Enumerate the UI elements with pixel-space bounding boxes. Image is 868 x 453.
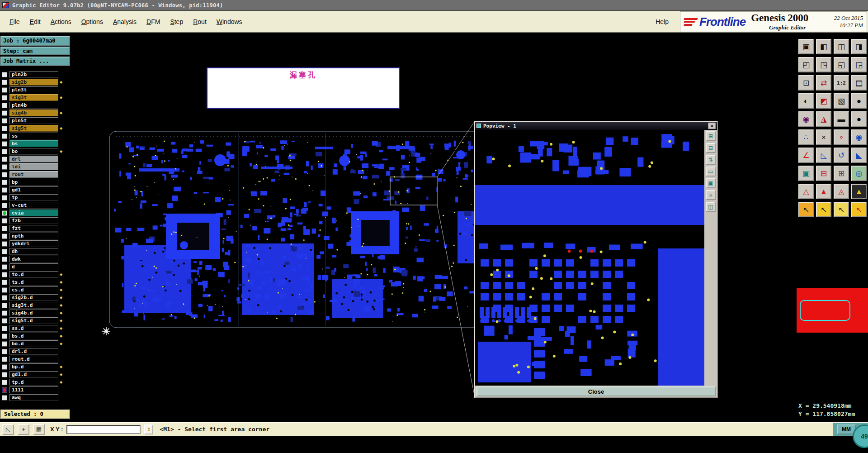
- layer-checkbox-v-cut[interactable]: [2, 203, 7, 208]
- layer-button-pln5t[interactable]: pln5t: [9, 117, 58, 124]
- layer-checkbox-bo[interactable]: [2, 149, 7, 154]
- layer-stack-button[interactable]: ▤: [851, 75, 867, 91]
- rotate-ccw-button[interactable]: ↺: [834, 148, 849, 163]
- layer-checkbox-gd1[interactable]: [2, 187, 7, 193]
- menu-actions[interactable]: Actions: [46, 16, 76, 27]
- layer-button-awq[interactable]: awq: [9, 394, 58, 401]
- layer-button-tp[interactable]: tp: [9, 194, 58, 201]
- layer-checkbox-bp.d[interactable]: [2, 364, 7, 370]
- pad-dot-button[interactable]: ◉: [851, 129, 867, 145]
- layer-checkbox-tp.d[interactable]: [2, 380, 7, 385]
- zoom-1-2-button[interactable]: 1:2: [834, 75, 849, 91]
- layer-checkbox-cs.d[interactable]: [2, 287, 7, 293]
- layer-button-ldi[interactable]: ldi: [9, 163, 58, 170]
- snap-origin-button[interactable]: +: [18, 424, 29, 435]
- thick-bar-button[interactable]: ▬: [834, 111, 849, 127]
- pan-down-left-button[interactable]: ◱: [834, 57, 849, 72]
- layer-button-drl[interactable]: drl: [9, 156, 58, 162]
- popview-zoom-out-button[interactable]: ⊟: [706, 143, 716, 153]
- filled-circle-button[interactable]: ●: [851, 93, 867, 109]
- layer-button-tp.d[interactable]: tp.d: [9, 379, 58, 386]
- layer-button-dh[interactable]: dh: [9, 248, 58, 255]
- layer-checkbox-ss[interactable]: [2, 134, 7, 139]
- text-a-negative-button[interactable]: ▲: [851, 184, 867, 199]
- big-dot-button[interactable]: ●: [851, 111, 867, 127]
- layer-button-fzb[interactable]: fzb: [9, 217, 58, 224]
- layer-button-pln3t[interactable]: pln3t: [9, 86, 58, 93]
- popview-close-button[interactable]: Close: [476, 386, 716, 396]
- layer-checkbox-rout[interactable]: [2, 172, 7, 177]
- menu-analysis[interactable]: Analysis: [108, 16, 142, 27]
- layer-checkbox-sig4b.d[interactable]: [2, 310, 7, 316]
- layer-checkbox-bo.d[interactable]: [2, 341, 7, 347]
- layer-button-sig5t.d[interactable]: sig5t.d: [9, 317, 58, 324]
- layer-checkbox-fzb[interactable]: [2, 218, 7, 224]
- layer-checkbox-dh[interactable]: [2, 249, 7, 254]
- cursor-select-button[interactable]: ↖: [798, 202, 814, 217]
- layer-button-drl.d[interactable]: drl.d: [9, 348, 58, 355]
- target-ring-button[interactable]: ◉: [798, 111, 814, 127]
- measure-angle-button[interactable]: ∠: [798, 148, 814, 163]
- layer-checkbox-sig5t[interactable]: [2, 126, 7, 131]
- menu-edit[interactable]: Edit: [25, 16, 46, 27]
- layer-button-sig3t.d[interactable]: sig3t.d: [9, 302, 58, 309]
- small-rings-button[interactable]: ∘: [834, 129, 849, 145]
- zoom-swap-button[interactable]: ⇄: [816, 75, 831, 91]
- cursor-box-button[interactable]: ↖: [834, 202, 849, 217]
- diagonal-split-button[interactable]: ◩: [816, 93, 831, 109]
- text-a-outline-button[interactable]: ◬: [834, 184, 849, 199]
- zoom-box-button[interactable]: ⊡: [798, 75, 814, 91]
- layer-checkbox-gd1.d[interactable]: [2, 372, 7, 377]
- menu-rout[interactable]: Rout: [188, 16, 212, 27]
- layer-button-sig4b[interactable]: sig4b: [9, 110, 58, 116]
- layer-button-bo.d[interactable]: bo.d: [9, 340, 58, 347]
- text-a-slant-button[interactable]: ▲: [816, 184, 831, 199]
- cursor-pick-button[interactable]: ↖: [816, 202, 831, 217]
- minus-box-button[interactable]: ⊟: [816, 166, 831, 181]
- layer-button-sig3t[interactable]: sig3t: [9, 94, 58, 101]
- layer-checkbox-rout.d[interactable]: [2, 357, 7, 362]
- layer-button-fzt[interactable]: fzt: [9, 225, 58, 232]
- layer-button-npth[interactable]: npth: [9, 233, 58, 239]
- layer-button-cs.d[interactable]: cs.d: [9, 286, 58, 293]
- pan-down-right-button[interactable]: ◲: [851, 57, 867, 72]
- layer-button-to.d[interactable]: to.d: [9, 271, 58, 278]
- cone-flag-button[interactable]: ◮: [816, 111, 831, 127]
- menu-dfm[interactable]: DFM: [142, 16, 165, 27]
- layer-button-sig2b[interactable]: sig2b: [9, 79, 58, 86]
- layer-checkbox-to.d[interactable]: [2, 272, 7, 277]
- layer-checkbox-sig4b[interactable]: [2, 110, 7, 116]
- popview-frame-button[interactable]: ▣: [706, 178, 716, 188]
- layer-checkbox-sig3t.d[interactable]: [2, 303, 7, 308]
- step-button[interactable]: Step: cam: [0, 47, 70, 55]
- layer-button-sig4b.d[interactable]: sig4b.d: [9, 310, 58, 316]
- layer-checkbox-awq[interactable]: [2, 395, 7, 401]
- layer-checkbox-ydkdrl[interactable]: [2, 241, 7, 247]
- layer-button-dwk[interactable]: dwk: [9, 256, 58, 262]
- cursor-mark-button[interactable]: ↖: [851, 202, 867, 217]
- layer-checkbox-d[interactable]: [2, 264, 7, 270]
- scatter-points-button[interactable]: ∴: [798, 129, 814, 145]
- layer-checkbox-bs[interactable]: [2, 141, 7, 147]
- layer-checkbox-pln5t[interactable]: [2, 118, 7, 124]
- layer-button-bo[interactable]: bo: [9, 148, 58, 155]
- layer-checkbox-sig5t.d[interactable]: [2, 318, 7, 324]
- alert-button[interactable]: !: [144, 424, 153, 434]
- layer-checkbox-sig2b[interactable]: [2, 80, 7, 85]
- negative-view-button[interactable]: ◐: [798, 93, 814, 109]
- layer-button-ss.d[interactable]: ss.d: [9, 325, 58, 332]
- layer-checkbox-ss.d[interactable]: [2, 326, 7, 331]
- popview-canvas[interactable]: [475, 130, 704, 386]
- layer-button-bp.d[interactable]: bp.d: [9, 363, 58, 370]
- layer-checkbox-pln4b[interactable]: [2, 103, 7, 108]
- menu-step[interactable]: Step: [165, 16, 188, 27]
- window-titlebar[interactable]: Graphic Editor 9.07b2 (00@NT-NYCAM-PC066…: [0, 0, 868, 11]
- menu-file[interactable]: File: [5, 16, 25, 27]
- pan-up-right-button[interactable]: ◳: [816, 57, 831, 72]
- layer-checkbox-dwk[interactable]: [2, 257, 7, 262]
- corner-tri-button[interactable]: ◣: [851, 148, 867, 163]
- menu-help[interactable]: Help: [651, 16, 674, 27]
- layer-checkbox-sig2b.d[interactable]: [2, 295, 7, 300]
- layer-checkbox-fzt[interactable]: [2, 226, 7, 231]
- view-split-left-button[interactable]: ◧: [816, 39, 831, 54]
